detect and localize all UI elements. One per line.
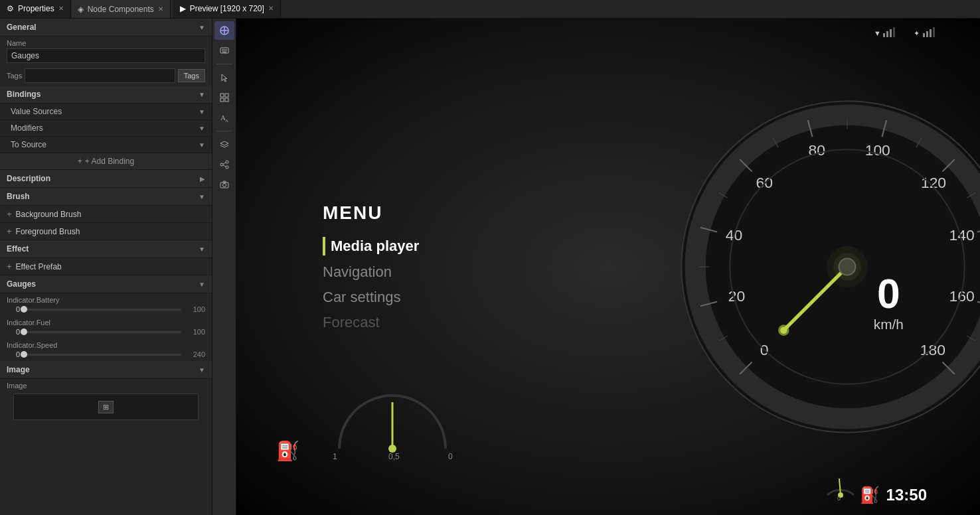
svg-rect-23 [886, 31, 888, 37]
value-sources-arrow: ▼ [199, 108, 205, 115]
to-source-section[interactable]: To Source ▼ [0, 137, 212, 153]
properties-icon: ⚙ [7, 4, 14, 13]
preview-play-icon: ▶ [180, 4, 186, 13]
indicator-fuel-track[interactable] [24, 331, 181, 333]
main-layout: General ▼ Name Tags Tags Bindings ▼ Valu… [0, 19, 980, 515]
svg-text:0: 0 [877, 271, 900, 317]
modifiers-section[interactable]: Modifiers ▼ [0, 120, 212, 137]
menu-item-media-player-label: Media player [331, 238, 419, 255]
svg-text:0,5: 0,5 [388, 452, 400, 461]
section-bindings-arrow: ▼ [199, 91, 205, 98]
signal-indicator: ▼ [874, 27, 900, 40]
section-effect[interactable]: Effect ▼ [0, 240, 212, 258]
svg-text:120: 120 [921, 174, 946, 191]
tool-separator-2 [216, 131, 232, 131]
tab-properties[interactable]: ⚙ Properties ✕ [0, 0, 71, 18]
foreground-brush-item[interactable]: + Foreground Brush [0, 223, 212, 240]
svg-rect-28 [926, 31, 928, 37]
tab-preview[interactable]: ▶ Preview [1920 x 720] ✕ [173, 0, 281, 18]
svg-rect-22 [883, 33, 885, 37]
svg-point-14 [220, 163, 223, 166]
indicator-battery-row: 0 100 [0, 304, 212, 316]
menu-item-forecast[interactable]: Forecast [323, 314, 419, 331]
indicator-fuel-row: 0 100 [0, 327, 212, 338]
indicator-battery-thumb[interactable] [21, 306, 27, 313]
node-components-icon: ◈ [78, 5, 84, 14]
svg-rect-30 [933, 27, 935, 37]
fuel-pump-area: ⛽ [276, 440, 299, 462]
section-image-title: Image [7, 365, 30, 374]
section-brush[interactable]: Brush ▼ [0, 188, 212, 206]
tool-keyboard[interactable] [214, 41, 234, 60]
svg-rect-9 [220, 98, 224, 102]
svg-text:A: A [225, 118, 228, 122]
tool-cursor-arrow[interactable] [214, 68, 234, 87]
to-source-label: To Source [11, 140, 46, 149]
name-input[interactable] [7, 48, 205, 63]
menu-item-navigation[interactable]: Navigation [323, 263, 419, 281]
svg-rect-29 [930, 29, 932, 37]
section-gauges-arrow: ▼ [199, 281, 205, 288]
indicator-battery-track[interactable] [24, 309, 181, 311]
indicator-fuel-thumb[interactable] [21, 329, 27, 335]
tool-share[interactable] [214, 155, 234, 174]
section-effect-title: Effect [7, 244, 29, 254]
svg-point-67 [780, 327, 787, 333]
section-general[interactable]: General ▼ [0, 19, 212, 37]
svg-rect-8 [225, 94, 228, 97]
tab-properties-close[interactable]: ✕ [58, 5, 64, 12]
indicator-speed-track[interactable] [24, 354, 181, 356]
effect-prefab-label: Effect Prefab [16, 262, 62, 271]
to-source-arrow: ▼ [199, 141, 205, 149]
tab-node-components-close[interactable]: ✕ [158, 5, 163, 13]
image-label: Image [7, 382, 205, 390]
effect-prefab-item[interactable]: + Effect Prefab [0, 258, 212, 275]
value-sources-section[interactable]: Value Sources ▼ [0, 104, 212, 120]
tool-text-size[interactable]: A A [214, 108, 234, 127]
add-binding-button[interactable]: + + Add Binding [0, 153, 212, 170]
menu-item-media-player[interactable]: Media player [323, 237, 419, 256]
tab-preview-close[interactable]: ✕ [268, 5, 274, 12]
section-description-title: Description [7, 174, 50, 183]
image-browse-button[interactable]: ⊞ [98, 401, 114, 413]
section-image-arrow: ▼ [199, 366, 205, 374]
tool-sidebar: A A [212, 19, 236, 515]
indicator-fuel-min: 0 [7, 328, 20, 336]
section-effect-arrow: ▼ [199, 246, 205, 253]
tab-node-components-label: Node Components [88, 5, 154, 14]
tags-button[interactable]: Tags [178, 69, 205, 82]
speedometer-svg: 0 20 40 60 80 100 120 140 160 [675, 94, 980, 439]
tags-label: Tags [7, 72, 22, 80]
indicator-battery-max: 100 [185, 305, 205, 313]
background-brush-item[interactable]: + Background Brush [0, 206, 212, 223]
section-brush-arrow: ▼ [199, 193, 205, 200]
section-description[interactable]: Description ▶ [0, 170, 212, 188]
section-brush-title: Brush [7, 192, 30, 201]
tool-layers[interactable] [214, 135, 234, 154]
menu-item-car-settings[interactable]: Car settings [323, 289, 419, 306]
section-bindings-title: Bindings [7, 90, 41, 99]
bluetooth-indicator: ✦ [914, 27, 940, 40]
tab-preview-label: Preview [1920 x 720] [190, 4, 264, 13]
tool-camera[interactable] [214, 175, 234, 194]
indicator-speed-thumb[interactable] [21, 351, 27, 358]
section-image[interactable]: Image ▼ [0, 361, 212, 379]
tags-row: Tags Tags [0, 66, 212, 86]
modifiers-label: Modifiers [11, 123, 43, 133]
svg-rect-25 [893, 27, 895, 37]
bottom-clock-area: ⛽ 13:50 [860, 486, 927, 504]
tags-input[interactable] [25, 68, 175, 83]
section-gauges[interactable]: Gauges ▼ [0, 275, 212, 293]
status-bar-top: ▼ ✦ [874, 27, 940, 40]
clock-time: 13:50 [886, 486, 927, 504]
svg-text:0: 0 [837, 495, 841, 502]
effect-prefab-plus-icon: + [7, 261, 12, 271]
section-bindings[interactable]: Bindings ▼ [0, 86, 212, 104]
fuel-gauge-area: ⛽ 1 0,5 0 [276, 382, 459, 462]
tool-grid[interactable] [214, 88, 234, 107]
tool-pointer-cursor[interactable] [214, 21, 234, 40]
svg-text:▼: ▼ [874, 29, 881, 37]
tab-node-components[interactable]: ◈ Node Components ✕ [71, 0, 171, 18]
indicator-speed-max: 240 [185, 350, 205, 358]
svg-point-72 [833, 253, 861, 281]
